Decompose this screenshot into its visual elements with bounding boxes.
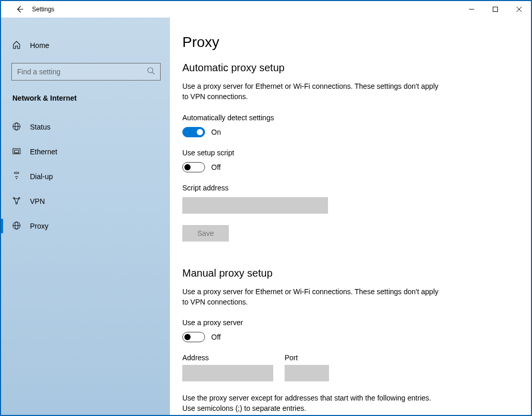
- sidebar-item-label: Dial-up: [30, 172, 53, 181]
- auto-detect-toggle[interactable]: [182, 127, 205, 137]
- section-desc-auto: Use a proxy server for Ethernet or Wi-Fi…: [182, 81, 441, 102]
- sidebar-home-label: Home: [30, 41, 49, 50]
- main-content: Proxy Automatic proxy setup Use a proxy …: [170, 18, 531, 415]
- sidebar-item-proxy[interactable]: Proxy: [1, 214, 170, 238]
- app-title: Settings: [32, 6, 54, 13]
- svg-line-5: [152, 72, 154, 74]
- sidebar-item-label: Ethernet: [30, 148, 57, 156]
- script-address-label: Script address: [182, 184, 510, 192]
- search-icon: [147, 67, 155, 77]
- address-input[interactable]: [182, 365, 273, 381]
- sidebar-item-label: Status: [30, 123, 51, 131]
- window-minimize-button[interactable]: [460, 1, 483, 18]
- svg-point-14: [16, 178, 17, 179]
- sidebar-item-ethernet[interactable]: Ethernet: [1, 139, 170, 164]
- section-heading-auto: Automatic proxy setup: [182, 62, 510, 74]
- vpn-icon: [12, 197, 21, 206]
- search-input[interactable]: [17, 68, 147, 76]
- use-proxy-label: Use a proxy server: [182, 318, 510, 327]
- svg-rect-10: [14, 150, 19, 153]
- section-desc-manual: Use a proxy server for Ethernet or Wi-Fi…: [182, 286, 441, 308]
- use-script-state: Off: [211, 163, 221, 171]
- exceptions-desc: Use the proxy server except for addresse…: [182, 393, 441, 414]
- sidebar-item-dialup[interactable]: Dial-up: [1, 164, 170, 189]
- section-heading-manual: Manual proxy setup: [182, 267, 510, 279]
- auto-detect-label: Automatically detect settings: [182, 114, 510, 122]
- use-proxy-toggle[interactable]: [182, 332, 205, 342]
- globe-icon: [12, 221, 21, 231]
- window-maximize-button[interactable]: [483, 1, 507, 18]
- use-script-label: Use setup script: [182, 149, 510, 157]
- window-close-button[interactable]: [507, 1, 531, 18]
- ethernet-icon: [12, 147, 21, 157]
- title-bar: [1, 1, 531, 18]
- sidebar-item-label: VPN: [30, 197, 45, 205]
- script-address-input[interactable]: [182, 197, 328, 214]
- use-script-toggle[interactable]: [182, 162, 205, 172]
- port-input[interactable]: [285, 365, 329, 381]
- use-proxy-state: Off: [211, 333, 221, 341]
- dialup-icon: [12, 172, 21, 182]
- back-button[interactable]: [11, 1, 28, 18]
- sidebar-item-status[interactable]: Status: [1, 115, 170, 139]
- port-label: Port: [285, 354, 329, 362]
- sidebar-item-label: Proxy: [30, 222, 49, 230]
- search-box[interactable]: [11, 63, 161, 81]
- address-label: Address: [182, 354, 273, 362]
- auto-detect-state: On: [211, 128, 221, 136]
- sidebar-home[interactable]: Home: [1, 35, 170, 56]
- sidebar: Settings Home Network & Internet: [1, 18, 170, 415]
- sidebar-item-vpn[interactable]: VPN: [1, 189, 170, 214]
- svg-point-4: [148, 68, 153, 73]
- save-button[interactable]: Save: [182, 225, 229, 242]
- sidebar-category-label: Network & Internet: [1, 81, 170, 106]
- home-icon: [12, 41, 21, 51]
- page-title: Proxy: [182, 34, 510, 51]
- svg-rect-1: [493, 7, 498, 12]
- globe-icon: [12, 122, 21, 132]
